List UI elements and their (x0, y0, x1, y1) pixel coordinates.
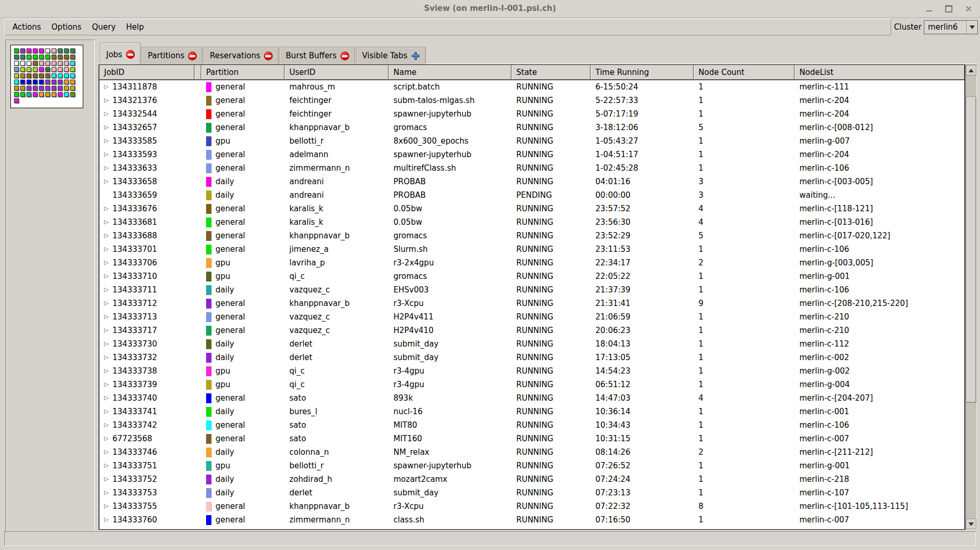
menu-item-actions[interactable]: Actions (7, 20, 46, 34)
column-header-node-count[interactable]: Node Count (694, 65, 795, 80)
node-square[interactable] (39, 92, 44, 97)
expander-icon[interactable]: ▷ (104, 134, 112, 148)
node-square[interactable] (20, 67, 25, 72)
node-square[interactable] (39, 86, 44, 91)
node-square[interactable] (70, 67, 75, 72)
node-square[interactable] (70, 61, 75, 66)
table-row[interactable]: ▷134333688generalkhanppnavar_bgromacsRUN… (99, 229, 964, 242)
expander-icon[interactable]: ▷ (104, 513, 112, 527)
node-square[interactable] (52, 73, 56, 78)
table-row[interactable]: ▷67723568generalsatoMIT160RUNNING10:31:1… (99, 432, 964, 445)
node-square[interactable] (14, 55, 19, 59)
node-square[interactable] (39, 61, 44, 66)
node-square[interactable] (20, 92, 25, 97)
menu-item-help[interactable]: Help (121, 20, 149, 34)
expander-icon[interactable]: ▷ (104, 418, 112, 432)
expander-icon[interactable]: ▷ (104, 215, 112, 229)
node-square[interactable] (70, 48, 75, 53)
node-square[interactable] (58, 80, 62, 84)
expander-icon[interactable]: ▷ (104, 459, 112, 472)
node-square[interactable] (33, 55, 37, 59)
column-header-spacer[interactable] (195, 65, 201, 80)
menu-item-options[interactable]: Options (46, 20, 87, 34)
table-row[interactable]: ▷134333658dailyandreaniPROBABRUNNING04:0… (99, 175, 964, 188)
table-row[interactable]: ▷134321376generalfeichtingersubm-talos-m… (99, 94, 964, 107)
node-square[interactable] (52, 67, 56, 72)
column-header-nodelist[interactable]: NodeList (795, 65, 964, 80)
expander-icon[interactable]: ▷ (104, 432, 112, 445)
node-square[interactable] (45, 61, 50, 66)
table-row[interactable]: ▷134333585gpubellotti_r8x600_300_epochsR… (99, 134, 964, 148)
node-square[interactable] (58, 55, 62, 59)
node-square[interactable] (33, 67, 37, 72)
expander-icon[interactable]: ▷ (104, 161, 112, 175)
expander-icon[interactable]: ▷ (104, 121, 112, 134)
table-row[interactable]: ▷134333753dailyderletsubmit_dayRUNNING07… (99, 486, 964, 500)
tab-reservations[interactable]: Reservations (203, 47, 278, 65)
node-square[interactable] (14, 92, 19, 97)
node-square[interactable] (64, 67, 69, 72)
node-square[interactable] (52, 61, 56, 66)
expander-icon[interactable]: ▷ (104, 486, 112, 500)
node-square[interactable] (52, 55, 56, 59)
expander-icon[interactable]: ▷ (104, 405, 112, 418)
column-header-userid[interactable]: UserID (285, 65, 389, 80)
table-row[interactable]: ▷134332657generalkhanppnavar_bgromacsRUN… (99, 121, 964, 134)
node-square[interactable] (70, 86, 75, 91)
expander-icon[interactable]: ▷ (104, 283, 112, 297)
node-square[interactable] (45, 48, 50, 53)
node-square[interactable] (33, 48, 37, 53)
node-square[interactable] (27, 92, 31, 97)
add-tab-icon[interactable] (411, 52, 420, 60)
node-square[interactable] (70, 80, 75, 84)
cluster-dropdown-button[interactable] (966, 21, 977, 34)
node-square[interactable] (33, 92, 37, 97)
node-square[interactable] (64, 48, 69, 53)
table-row[interactable]: ▷134333681generalkaralis_k0.05bwRUNNING2… (99, 215, 964, 229)
node-square[interactable] (14, 48, 19, 53)
node-square[interactable] (58, 48, 62, 53)
table-row[interactable]: ▷134333717generalvazquez_cH2P4v410RUNNIN… (99, 324, 964, 337)
tab-burst-buffers[interactable]: Burst Buffers (279, 47, 355, 65)
table-row[interactable]: ▷134333706gpulavriha_pr3-2x4gpuRUNNING22… (99, 256, 964, 270)
close-icon[interactable]: ✕ (964, 5, 973, 13)
node-square[interactable] (14, 61, 19, 66)
node-square[interactable] (52, 92, 56, 97)
table-row[interactable]: ▷134333713generalvazquez_cH2P4v411RUNNIN… (99, 310, 964, 324)
scrollbar-thumb[interactable] (966, 97, 976, 403)
expander-icon[interactable]: ▷ (104, 378, 112, 391)
node-square[interactable] (45, 92, 50, 97)
node-square[interactable] (70, 92, 75, 97)
table-row[interactable]: ▷134333701generaljimenez_aSlurm.shRUNNIN… (99, 242, 964, 256)
expander-icon[interactable]: ▷ (104, 337, 112, 351)
cluster-select[interactable]: merlin6 (924, 20, 978, 34)
expander-icon[interactable]: ▷ (104, 445, 112, 459)
table-row[interactable]: ▷134333593generaladelmannspawner-jupyter… (99, 148, 964, 161)
expander-icon[interactable]: ▷ (104, 297, 112, 310)
table-row[interactable]: ▷134333752dailyzohdirad_hmozart2camxRUNN… (99, 472, 964, 486)
table-row[interactable]: 134333659dailyandreaniPROBABPENDING00:00… (99, 188, 964, 202)
table-row[interactable]: ▷134332544generalfeichtingerspawner-jupy… (99, 107, 964, 121)
table-row[interactable]: ▷134333633generalzimmermann_nmultirefCla… (99, 161, 964, 175)
scroll-up-button[interactable] (966, 65, 976, 75)
node-square[interactable] (64, 55, 69, 59)
table-row[interactable]: ▷134333732dailyderletsubmit_dayRUNNING17… (99, 351, 964, 364)
table-row[interactable]: ▷134333711dailyvazquez_cEHSv003RUNNING21… (99, 283, 964, 297)
node-square[interactable] (45, 80, 50, 84)
node-square[interactable] (58, 92, 62, 97)
node-square[interactable] (52, 48, 56, 53)
table-row[interactable]: ▷134333755generalkhanppnavar_br3-XcpuRUN… (99, 500, 964, 513)
column-header-jobid[interactable]: JobID (99, 65, 195, 80)
node-square[interactable] (33, 80, 37, 84)
node-square[interactable] (27, 67, 31, 72)
node-square[interactable] (20, 86, 25, 91)
node-square[interactable] (27, 48, 31, 53)
expander-icon[interactable]: ▷ (104, 202, 112, 215)
node-square[interactable] (52, 86, 56, 91)
expander-icon[interactable]: ▷ (104, 175, 112, 188)
close-tab-icon[interactable] (188, 52, 197, 60)
expander-icon[interactable]: ▷ (104, 94, 112, 107)
node-square[interactable] (64, 92, 69, 97)
table-row[interactable]: ▷134333710gpuqi_cgromacsRUNNING22:05:221… (99, 270, 964, 283)
expander-icon[interactable]: ▷ (104, 500, 112, 513)
